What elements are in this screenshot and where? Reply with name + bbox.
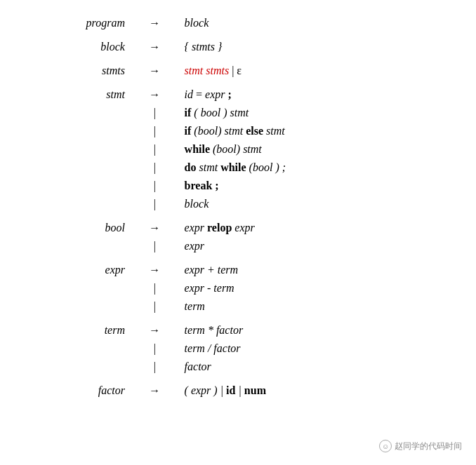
rule-stmt-7: | block	[14, 195, 455, 213]
nonterminal-stmt-empty-7	[14, 195, 128, 213]
nonterminal-stmts: stmts	[14, 62, 128, 80]
pipe-bool-2: |	[128, 237, 182, 255]
watermark-icon: ☺	[379, 440, 392, 452]
pipe-term-2: |	[128, 339, 182, 358]
rule-expr-2: | expr - term	[14, 279, 455, 297]
nonterminal-stmt-empty-2	[14, 104, 128, 122]
nonterminal-expr-empty-2	[14, 279, 128, 297]
nonterminal-bool-empty-2	[14, 237, 128, 255]
rule-stmt-5: | do stmt while (bool ) ;	[14, 159, 455, 177]
pipe-stmt-4: |	[128, 140, 182, 159]
production-program-1: block	[182, 14, 455, 32]
rule-term-2: | term / factor	[14, 339, 455, 358]
production-expr-1: expr + term	[182, 261, 455, 279]
production-stmts-1: stmt stmts | ε	[182, 62, 455, 80]
arrow-expr: →	[128, 261, 182, 279]
production-stmt-7: block	[182, 195, 455, 213]
production-expr-2: expr - term	[182, 279, 455, 297]
rule-stmt-4: | while (bool) stmt	[14, 140, 455, 159]
nonterminal-expr: expr	[14, 261, 128, 279]
nonterminal-factor: factor	[14, 382, 128, 400]
production-stmt-6: break ;	[182, 177, 455, 195]
rule-factor-1: factor → ( expr ) | id | num	[14, 382, 455, 400]
arrow-bool: →	[128, 219, 182, 237]
production-stmt-3: if (bool) stmt else stmt	[182, 122, 455, 140]
production-factor-1: ( expr ) | id | num	[182, 382, 455, 400]
rule-stmt-3: | if (bool) stmt else stmt	[14, 122, 455, 140]
watermark: ☺ 赵同学的代码时间	[379, 440, 462, 452]
production-stmt-5: do stmt while (bool ) ;	[182, 159, 455, 177]
rule-term-3: | factor	[14, 358, 455, 376]
pipe-expr-3: |	[128, 297, 182, 316]
pipe-stmt-3: |	[128, 122, 182, 140]
nonterminal-program: program	[14, 14, 128, 32]
production-term-1: term * factor	[182, 321, 455, 339]
nonterminal-expr-empty-3	[14, 297, 128, 316]
grammar-table: program → block block → { stmts } stmts …	[14, 14, 455, 400]
pipe-stmt-7: |	[128, 195, 182, 213]
nonterminal-bool: bool	[14, 219, 128, 237]
pipe-expr-2: |	[128, 279, 182, 297]
production-block-1: { stmts }	[182, 38, 455, 56]
nonterminal-stmt-empty-4	[14, 140, 128, 159]
arrow-term: →	[128, 321, 182, 339]
arrow-stmts: →	[128, 62, 182, 80]
rule-stmt-6: | break ;	[14, 177, 455, 195]
rule-bool-2: | expr	[14, 237, 455, 255]
rule-stmts: stmts → stmt stmts | ε	[14, 62, 455, 80]
production-term-3: factor	[182, 358, 455, 376]
pipe-stmt-5: |	[128, 159, 182, 177]
rule-expr-1: expr → expr + term	[14, 261, 455, 279]
nonterminal-stmt: stmt	[14, 86, 128, 104]
rule-expr-3: | term	[14, 297, 455, 316]
watermark-text: 赵同学的代码时间	[395, 440, 462, 452]
rule-stmt-2: | if ( bool ) stmt	[14, 104, 455, 122]
production-expr-3: term	[182, 297, 455, 316]
nonterminal-stmt-empty-3	[14, 122, 128, 140]
arrow-factor: →	[128, 382, 182, 400]
production-bool-2: expr	[182, 237, 455, 255]
nonterminal-block: block	[14, 38, 128, 56]
arrow-program: →	[128, 14, 182, 32]
production-stmt-2: if ( bool ) stmt	[182, 104, 455, 122]
rule-bool-1: bool → expr relop expr	[14, 219, 455, 237]
nonterminal-term-empty-2	[14, 339, 128, 358]
nonterminal-term: term	[14, 321, 128, 339]
arrow-stmt: →	[128, 86, 182, 104]
stmts-highlight: stmt stmts	[185, 65, 230, 76]
rule-stmt-1: stmt → id = expr ;	[14, 86, 455, 104]
pipe-stmt-6: |	[128, 177, 182, 195]
nonterminal-stmt-empty-6	[14, 177, 128, 195]
arrow-block: →	[128, 38, 182, 56]
production-stmt-4: while (bool) stmt	[182, 140, 455, 159]
pipe-stmt-2: |	[128, 104, 182, 122]
rule-block: block → { stmts }	[14, 38, 455, 56]
rule-term-1: term → term * factor	[14, 321, 455, 339]
nonterminal-stmt-empty-5	[14, 159, 128, 177]
production-stmt-1: id = expr ;	[182, 86, 455, 104]
pipe-term-3: |	[128, 358, 182, 376]
production-bool-1: expr relop expr	[182, 219, 455, 237]
nonterminal-term-empty-3	[14, 358, 128, 376]
rule-program: program → block	[14, 14, 455, 32]
production-term-2: term / factor	[182, 339, 455, 358]
